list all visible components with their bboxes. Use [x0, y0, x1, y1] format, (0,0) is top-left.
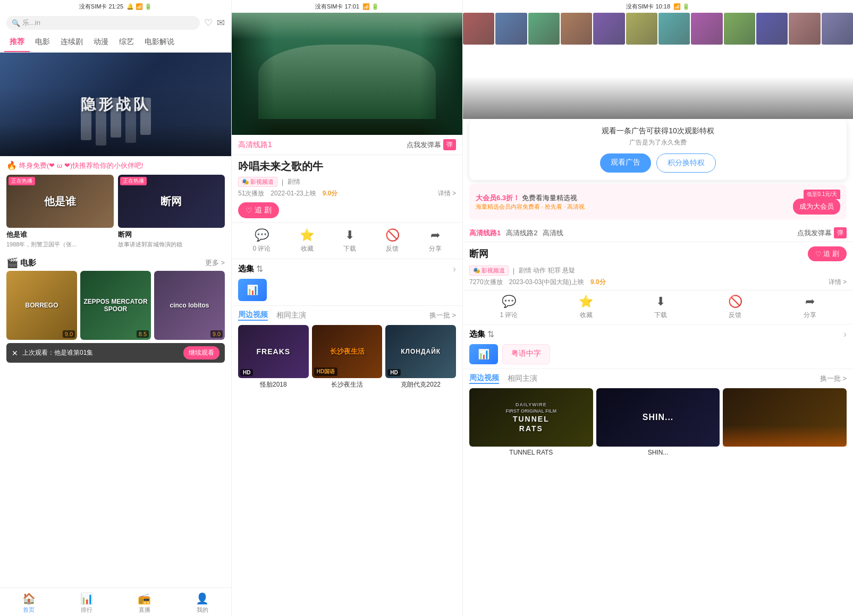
tab-variety[interactable]: 综艺 [114, 33, 139, 52]
action-feedback[interactable]: 🚫 反馈 [385, 228, 400, 253]
score-text: 9.0分 [323, 189, 338, 198]
p3-chevron-icon[interactable]: › [843, 329, 847, 340]
vip-become-btn[interactable]: 成为大会员 [793, 199, 840, 215]
related-tab-0[interactable]: 周边视频 [238, 310, 268, 321]
video-player[interactable] [232, 13, 462, 135]
show-card-1[interactable]: 断网 正在热播 断网 故事讲述郭富城饰演的稳 [118, 175, 225, 249]
close-icon[interactable]: ✕ [12, 349, 18, 357]
p3-action-collect[interactable]: ⭐ 收藏 [579, 295, 593, 320]
resume-text: 上次观看：他是谁第01集 [22, 348, 179, 357]
related-card-2[interactable]: КЛОНДАЙК HD 克朗代克2022 [385, 325, 456, 389]
p3-related-card-0[interactable]: DAILYWIRE FIRST ORIGINAL FILM TUNNEL RAT… [469, 388, 593, 456]
action-share[interactable]: ➦ 分享 [429, 228, 442, 253]
tab-recommend[interactable]: 推荐 [4, 33, 30, 52]
related-card-1[interactable]: 长沙夜生活 HD国语 长沙夜生活 [312, 325, 383, 389]
p3-score: 9.0分 [590, 278, 606, 287]
episode-btn-active[interactable]: 📊 [238, 279, 267, 301]
movie-card-0[interactable]: BORREGO 9.0 [6, 271, 77, 340]
search-box[interactable]: 🔍 乐...in [6, 16, 200, 30]
p3-detail-link[interactable]: 详情 > [829, 278, 847, 287]
vip-text-container: 大会员6.3折！ 免费看海量精选视 海量精选会员内容免费看 · 抢先看 · 高清… [476, 193, 789, 211]
play-count: 51次播放 [238, 189, 264, 198]
nav-mine-label: 我的 [197, 606, 208, 614]
meta-row: 🎭 影视频道 | 剧情 [238, 177, 456, 187]
heart-icon[interactable]: ♡ [204, 17, 213, 29]
status-icons-2: 📶 🔋 [362, 3, 379, 10]
ep-bar-chart-icon: 📊 [247, 285, 258, 295]
p3-refresh-btn[interactable]: 换一批 > [820, 374, 847, 383]
tab-movie[interactable]: 电影 [30, 33, 55, 52]
p3-sort-icon[interactable]: ⇅ [487, 329, 494, 339]
nav-ranking[interactable]: 📊 排行 [58, 592, 116, 614]
p3-ep-header: 选集 ⇅ › [469, 329, 847, 340]
movie-card-1[interactable]: ZEPPOS MERCATOR SPOOR 8.5 [80, 271, 151, 340]
danmu-icon-p3: 弹 [834, 227, 847, 238]
hd-route-label[interactable]: 高清线路1 [238, 140, 272, 150]
p3-action-share[interactable]: ➦ 分享 [804, 295, 816, 320]
p3-related-card-1[interactable]: SHIN... SHIN... [596, 388, 720, 456]
show-title-main: 吟唱未来之歌的牛 [238, 159, 456, 174]
follow-label: 追 剧 [255, 206, 272, 215]
nav-mine[interactable]: 👤 我的 [173, 592, 231, 614]
show-card-0[interactable]: 他是谁 正在热播 他是谁 1988年，刑警卫国平（张... [6, 175, 114, 249]
movie-more-btn[interactable]: 更多 > [205, 258, 225, 268]
route-btn-1[interactable]: 高清线路2 [506, 228, 537, 238]
p3-poster-0: DAILYWIRE FIRST ORIGINAL FILM TUNNEL RAT… [469, 388, 593, 447]
danmu-btn[interactable]: 点我发弹幕 弹 [407, 139, 456, 150]
nav-home[interactable]: 🏠 首页 [0, 592, 58, 614]
p3-follow-btn[interactable]: ♡ 追 剧 [808, 246, 847, 261]
movie-cards-row: BORREGO 9.0 ZEPPOS MERCATOR SPOOR 8.5 ci… [0, 271, 231, 340]
p3-related-card-2[interactable] [723, 388, 847, 456]
p3-action-comment[interactable]: 💬 1 评论 [500, 295, 518, 320]
continue-watch-btn[interactable]: 继续观看 [183, 346, 219, 360]
ad-points-btn[interactable]: 积分换特权 [656, 153, 716, 173]
download-label: 下载 [343, 244, 356, 253]
danmu-btn-p3[interactable]: 点我发弹幕 弹 [797, 227, 847, 238]
channel-badge: 🎭 影视频道 [238, 177, 277, 187]
p3-ep-btn-active[interactable]: 📊 [469, 344, 498, 364]
p3-action-download[interactable]: ⬇ 下载 [654, 295, 667, 320]
related-title-1: 长沙夜生活 [312, 380, 383, 389]
panel-home: 没有SIM卡 21:25 🔔 📶 🔋 🔍 乐...in ♡ ✉ 推荐 电影 连续… [0, 0, 231, 616]
p3-related-header: 周边视频 相同主演 换一批 > [469, 373, 847, 384]
refresh-btn[interactable]: 换一批 > [429, 311, 456, 320]
action-download[interactable]: ⬇ 下载 [343, 228, 356, 253]
tab-review[interactable]: 电影解说 [139, 33, 180, 52]
follow-btn[interactable]: ♡ 追 剧 [238, 202, 279, 218]
main-banner[interactable]: 隐形战队 [0, 53, 231, 156]
film-icon: 🎬 [6, 257, 18, 269]
chevron-right-icon[interactable]: › [453, 263, 456, 275]
p3-actions: 💬 1 评论 ⭐ 收藏 ⬇ 下载 🚫 反馈 ➦ 分享 [463, 290, 853, 324]
p3-related-tab-1[interactable]: 相同主演 [508, 374, 537, 383]
movie-score-2: 9.0 [210, 330, 223, 338]
route-btn-0[interactable]: 高清线路1 [469, 228, 501, 238]
detail-link[interactable]: 详情 > [438, 189, 456, 198]
action-collect[interactable]: ⭐ 收藏 [300, 228, 314, 253]
movie-card-2[interactable]: cinco lobitos 9.0 [154, 271, 225, 340]
route-btn-2[interactable]: 高清线 [543, 228, 563, 238]
tab-anime[interactable]: 动漫 [88, 33, 114, 52]
related-card-0[interactable]: FREAKS HD 怪胎2018 [238, 325, 309, 389]
tab-series[interactable]: 连续剧 [55, 33, 88, 52]
p3-ep-btn-cantonese[interactable]: 粤语中字 [502, 344, 550, 364]
p3-pipe: | [513, 267, 514, 275]
related-tab-1[interactable]: 相同主演 [276, 311, 306, 320]
mini-poster-3 [528, 13, 560, 45]
stats-row: 51次播放 2022-01-23上映 9.0分 详情 > [238, 189, 456, 198]
pipe-sep: | [282, 178, 283, 186]
p3-related-cards: DAILYWIRE FIRST ORIGINAL FILM TUNNEL RAT… [469, 388, 847, 456]
mail-icon[interactable]: ✉ [217, 17, 225, 29]
genre-text: 剧情 [288, 177, 300, 186]
mini-poster-11 [789, 13, 820, 45]
p3-show-title-row: 断网 ♡ 追 剧 [463, 242, 853, 266]
river-water [258, 45, 436, 119]
p3-action-feedback[interactable]: 🚫 反馈 [728, 295, 742, 320]
p3-related-tab-0[interactable]: 周边视频 [469, 373, 499, 384]
ad-popup: 观看一条广告可获得10次观影特权 广告是为了永久免费 观看广告 积分换特权 [469, 119, 847, 180]
mini-poster-5 [593, 13, 624, 45]
back-btn[interactable]: ‹ [469, 58, 474, 73]
action-comment[interactable]: 💬 0 评论 [252, 228, 271, 253]
ad-watch-btn[interactable]: 观看广告 [600, 153, 651, 173]
nav-live[interactable]: 📻 直播 [116, 592, 174, 614]
sort-icon[interactable]: ⇅ [256, 264, 263, 274]
